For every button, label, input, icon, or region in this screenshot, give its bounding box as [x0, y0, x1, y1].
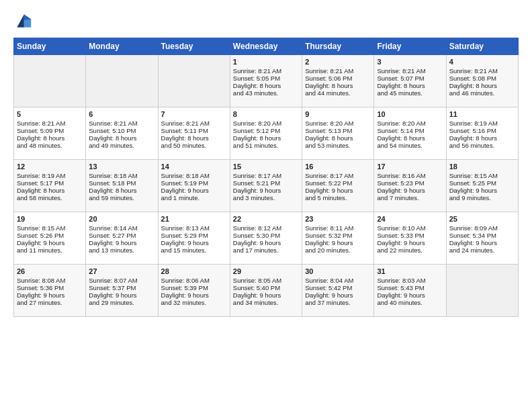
- day-info-line: and 40 minutes.: [377, 299, 443, 306]
- day-number: 26: [17, 267, 83, 275]
- day-info-line: and 50 minutes.: [161, 142, 227, 149]
- day-info-line: Daylight: 9 hours: [161, 239, 227, 246]
- day-header-sunday: Sunday: [14, 38, 86, 55]
- day-info-line: Daylight: 9 hours: [305, 187, 371, 194]
- day-cell: 4Sunrise: 8:21 AMSunset: 5:08 PMDaylight…: [446, 55, 518, 107]
- day-number: 1: [233, 58, 299, 66]
- day-cell: 29Sunrise: 8:05 AMSunset: 5:40 PMDayligh…: [230, 265, 302, 317]
- day-number: 21: [161, 215, 227, 223]
- day-cell: [86, 55, 158, 107]
- day-info-line: and 9 minutes.: [449, 194, 515, 201]
- day-info-line: Sunset: 5:09 PM: [17, 127, 83, 134]
- day-info-line: and 5 minutes.: [305, 194, 371, 201]
- day-header-wednesday: Wednesday: [230, 38, 302, 55]
- day-header-thursday: Thursday: [302, 38, 374, 55]
- day-info-line: Sunrise: 8:13 AM: [161, 224, 227, 232]
- day-info-line: Sunset: 5:07 PM: [377, 75, 443, 82]
- day-info-line: Sunset: 5:34 PM: [449, 232, 515, 239]
- day-info-line: and 58 minutes.: [17, 194, 83, 201]
- day-number: 18: [449, 163, 515, 171]
- day-cell: [158, 55, 230, 107]
- day-number: 23: [305, 215, 371, 223]
- day-info-line: and 43 minutes.: [233, 89, 299, 97]
- day-info-line: and 53 minutes.: [305, 142, 371, 149]
- week-row-3: 19Sunrise: 8:15 AMSunset: 5:26 PMDayligh…: [14, 212, 519, 265]
- day-info-line: Daylight: 9 hours: [377, 187, 443, 194]
- day-number: 25: [449, 215, 515, 223]
- day-cell: 23Sunrise: 8:11 AMSunset: 5:32 PMDayligh…: [302, 212, 374, 265]
- day-info-line: Daylight: 9 hours: [161, 291, 227, 299]
- week-row-2: 12Sunrise: 8:19 AMSunset: 5:17 PMDayligh…: [14, 160, 519, 212]
- day-info-line: and 32 minutes.: [161, 299, 227, 306]
- day-info-line: Daylight: 9 hours: [449, 239, 515, 246]
- day-number: 31: [377, 267, 443, 275]
- day-info-line: and 13 minutes.: [89, 246, 154, 254]
- day-info-line: Sunrise: 8:18 AM: [89, 172, 154, 179]
- day-cell: 7Sunrise: 8:21 AMSunset: 5:11 PMDaylight…: [158, 107, 230, 160]
- day-info-line: Sunset: 5:30 PM: [233, 232, 299, 239]
- day-number: 7: [161, 110, 227, 118]
- day-info-line: Daylight: 8 hours: [377, 134, 443, 142]
- day-info-line: Sunrise: 8:08 AM: [17, 277, 83, 284]
- day-cell: [14, 55, 86, 107]
- calendar-table: SundayMondayTuesdayWednesdayThursdayFrid…: [13, 38, 519, 317]
- day-cell: 30Sunrise: 8:04 AMSunset: 5:42 PMDayligh…: [302, 265, 374, 317]
- day-info-line: Sunset: 5:27 PM: [89, 232, 154, 239]
- day-info-line: Sunset: 5:22 PM: [305, 179, 371, 187]
- day-number: 27: [89, 267, 154, 275]
- logo-icon: [13, 12, 32, 31]
- day-info-line: Daylight: 8 hours: [449, 134, 515, 142]
- day-cell: 20Sunrise: 8:14 AMSunset: 5:27 PMDayligh…: [86, 212, 158, 265]
- day-cell: 5Sunrise: 8:21 AMSunset: 5:09 PMDaylight…: [14, 107, 86, 160]
- day-info-line: and 1 minute.: [161, 194, 227, 201]
- day-info-line: and 49 minutes.: [89, 142, 154, 149]
- day-cell: 31Sunrise: 8:03 AMSunset: 5:43 PMDayligh…: [374, 265, 446, 317]
- day-info-line: Sunrise: 8:20 AM: [233, 120, 299, 127]
- day-info-line: Sunrise: 8:21 AM: [89, 120, 154, 127]
- day-number: 9: [305, 110, 371, 118]
- day-cell: 27Sunrise: 8:07 AMSunset: 5:37 PMDayligh…: [86, 265, 158, 317]
- day-info-line: Daylight: 9 hours: [233, 291, 299, 299]
- day-info-line: Sunrise: 8:15 AM: [449, 172, 515, 179]
- day-cell: 14Sunrise: 8:18 AMSunset: 5:19 PMDayligh…: [158, 160, 230, 212]
- day-number: 24: [377, 215, 443, 223]
- day-info-line: Sunrise: 8:10 AM: [377, 224, 443, 232]
- day-info-line: and 17 minutes.: [233, 246, 299, 254]
- day-number: 16: [305, 163, 371, 171]
- day-info-line: Daylight: 9 hours: [233, 187, 299, 194]
- day-number: 10: [377, 110, 443, 118]
- day-info-line: Sunrise: 8:16 AM: [377, 172, 443, 179]
- day-info-line: and 15 minutes.: [161, 246, 227, 254]
- day-info-line: Sunset: 5:06 PM: [305, 75, 371, 82]
- day-info-line: Sunrise: 8:17 AM: [233, 172, 299, 179]
- day-info-line: Sunrise: 8:11 AM: [305, 224, 371, 232]
- day-number: 11: [449, 110, 515, 118]
- day-info-line: Sunrise: 8:19 AM: [17, 172, 83, 179]
- day-info-line: Daylight: 8 hours: [233, 134, 299, 142]
- day-number: 19: [17, 215, 83, 223]
- day-cell: 19Sunrise: 8:15 AMSunset: 5:26 PMDayligh…: [14, 212, 86, 265]
- day-number: 5: [17, 110, 83, 118]
- day-info-line: Sunset: 5:14 PM: [377, 127, 443, 134]
- day-info-line: and 3 minutes.: [233, 194, 299, 201]
- day-info-line: Sunset: 5:33 PM: [377, 232, 443, 239]
- day-info-line: Sunrise: 8:21 AM: [305, 67, 371, 75]
- day-info-line: Sunset: 5:32 PM: [305, 232, 371, 239]
- day-number: 22: [233, 215, 299, 223]
- svg-marker-2: [17, 15, 24, 28]
- day-info-line: Daylight: 9 hours: [233, 239, 299, 246]
- day-cell: 28Sunrise: 8:06 AMSunset: 5:39 PMDayligh…: [158, 265, 230, 317]
- day-info-line: Sunrise: 8:17 AM: [305, 172, 371, 179]
- week-row-1: 5Sunrise: 8:21 AMSunset: 5:09 PMDaylight…: [14, 107, 519, 160]
- day-info-line: Sunset: 5:11 PM: [161, 127, 227, 134]
- day-cell: 2Sunrise: 8:21 AMSunset: 5:06 PMDaylight…: [302, 55, 374, 107]
- day-info-line: Sunrise: 8:05 AM: [233, 277, 299, 284]
- day-info-line: Daylight: 8 hours: [89, 187, 154, 194]
- day-info-line: Sunset: 5:37 PM: [89, 284, 154, 291]
- day-number: 28: [161, 267, 227, 275]
- page: SundayMondayTuesdayWednesdayThursdayFrid…: [0, 0, 532, 411]
- day-info-line: Sunset: 5:36 PM: [17, 284, 83, 291]
- day-number: 12: [17, 163, 83, 171]
- day-header-saturday: Saturday: [446, 38, 518, 55]
- day-info-line: and 59 minutes.: [89, 194, 154, 201]
